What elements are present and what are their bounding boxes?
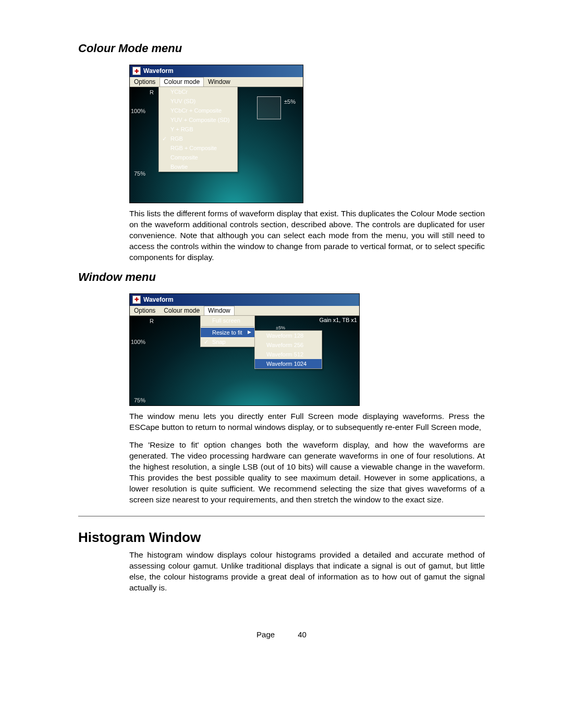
label-100: 100% [131, 108, 145, 114]
app-icon: ✚ [132, 67, 141, 75]
item-yuv-sd[interactable]: YUV (SD) [159, 96, 237, 106]
section-divider [78, 516, 485, 516]
item-ycbcr-comp[interactable]: YCbCr + Composite [159, 106, 237, 115]
label-pm5-2: ±5% [276, 325, 285, 330]
app-icon: ✚ [132, 295, 141, 304]
page-number: 40 [298, 630, 307, 639]
item-waveform-512[interactable]: Waveform 512 [255, 350, 322, 359]
waveform-canvas-2: R 100% 75% Gain x1, TB x1 ±5% Full scree… [130, 316, 359, 405]
paragraph-colour-mode: This lists the different forms of wavefo… [129, 208, 485, 263]
item-composite[interactable]: Composite [159, 153, 237, 162]
menubar-2: Options Colour mode Window [130, 306, 359, 316]
heading-window-menu: Window menu [78, 270, 485, 284]
item-waveform-256[interactable]: Waveform 256 [255, 340, 322, 350]
item-rgb-comp[interactable]: RGB + Composite [159, 143, 237, 153]
paragraph-window-2: The 'Resize to fit' option changes both … [129, 440, 485, 505]
window-dropdown: Full screen Resize to fit Snap [200, 315, 255, 347]
item-waveform-128[interactable]: Waveform 128 [255, 331, 322, 340]
item-yuv-comp-sd[interactable]: YUV + Composite (SD) [159, 115, 237, 125]
label-gain: Gain x1, TB x1 [319, 317, 357, 323]
menu-options[interactable]: Options [130, 77, 160, 87]
item-ycbcr[interactable]: YCbCr [159, 87, 237, 96]
thumb-box [257, 96, 281, 119]
window-titlebar[interactable]: ✚ Waveform [130, 65, 303, 77]
label-75: 75% [134, 170, 145, 177]
menu-separator [201, 326, 254, 327]
item-full-screen[interactable]: Full screen [201, 316, 254, 325]
screenshot-window-menu: ✚ Waveform Options Colour mode Window R … [129, 293, 360, 406]
window-title-2: Waveform [143, 296, 174, 303]
label-r-2: R [150, 318, 154, 324]
screenshot-colour-mode: ✚ Waveform Options Colour mode Window R … [129, 65, 303, 203]
item-snap[interactable]: Snap [201, 337, 254, 347]
window-title: Waveform [143, 67, 174, 75]
footer-label: Page [256, 630, 275, 639]
resize-submenu: Waveform 128 Waveform 256 Waveform 512 W… [254, 330, 322, 369]
heading-colour-mode: Colour Mode menu [78, 42, 485, 55]
item-y-rgb[interactable]: Y + RGB [159, 125, 237, 134]
menu-options-2[interactable]: Options [130, 306, 160, 315]
paragraph-histogram: The histogram window displays colour his… [129, 550, 485, 594]
item-waveform-1024[interactable]: Waveform 1024 [255, 359, 322, 368]
label-100-2: 100% [131, 339, 145, 345]
item-rgb[interactable]: RGB [159, 134, 237, 143]
window-titlebar-2[interactable]: ✚ Waveform [130, 294, 359, 306]
waveform-canvas: R 100% 75% ±5% YCbCr YUV (SD) YCbCr + Co… [130, 87, 303, 203]
heading-histogram: Histogram Window [78, 529, 485, 546]
menubar: Options Colour mode Window [130, 77, 303, 87]
menu-window[interactable]: Window [204, 77, 235, 87]
menu-colour-mode[interactable]: Colour mode [160, 77, 204, 87]
menu-window-2[interactable]: Window [204, 306, 235, 315]
label-pm5: ±5% [284, 98, 296, 105]
page-footer: Page 40 [78, 630, 485, 639]
paragraph-window-1: The window menu lets you directly enter … [129, 411, 485, 433]
item-bowtie[interactable]: Bowtie [159, 162, 237, 171]
label-r: R [150, 89, 154, 95]
colour-mode-dropdown: YCbCr YUV (SD) YCbCr + Composite YUV + C… [158, 87, 238, 172]
label-75-2: 75% [134, 397, 145, 403]
menu-colour-mode-2[interactable]: Colour mode [160, 306, 204, 315]
item-resize-to-fit[interactable]: Resize to fit [201, 328, 254, 337]
